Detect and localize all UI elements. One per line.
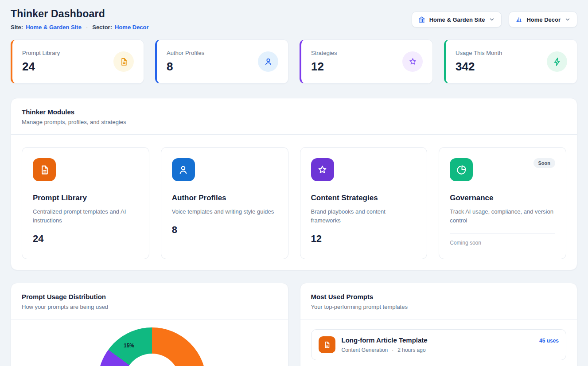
site-label: Site: [11, 24, 23, 31]
module-top-row: Soon [450, 158, 555, 181]
page-title: Thinker Dashboard [11, 8, 149, 20]
prompt-uses-badge: 45 uses [539, 338, 559, 344]
breadcrumb-separator: · [86, 24, 88, 31]
file-text-icon [113, 51, 134, 72]
file-text-icon [319, 336, 335, 353]
prompts-panel-header: Most Used Prompts Your top-performing pr… [300, 283, 577, 319]
bar-chart-icon [515, 16, 522, 23]
stat-value: 12 [311, 60, 337, 74]
usage-distribution-panel: Prompt Usage Distribution How your promp… [11, 283, 288, 366]
prompts-panel-title: Most Used Prompts [311, 293, 567, 300]
module-count: 8 [172, 224, 277, 236]
soon-badge: Soon [533, 158, 556, 168]
module-title: Governance [450, 194, 555, 202]
meta-separator: · [392, 347, 393, 353]
modules-subtitle: Manage prompts, profiles, and strategies [22, 119, 566, 125]
person-icon [172, 158, 195, 181]
list-item[interactable]: Long-form Article Template Content Gener… [311, 329, 567, 360]
sector-link[interactable]: Home Decor [115, 24, 149, 31]
module-card-content-strategies[interactable]: Content Strategies Brand playbooks and c… [300, 147, 428, 259]
module-description: Track AI usage, compliance, and version … [450, 207, 555, 225]
header-left: Thinker Dashboard Site: Home & Garden Si… [11, 8, 149, 31]
stat-text: Author Profiles 8 [167, 50, 204, 74]
chevron-down-icon [565, 16, 571, 23]
prompt-time: 2 hours ago [397, 347, 425, 353]
module-count: 12 [311, 233, 417, 245]
site-dropdown[interactable]: Home & Garden Site [412, 12, 502, 27]
stat-value: 24 [22, 60, 60, 74]
stat-label: Prompt Library [22, 50, 60, 56]
module-card-governance[interactable]: Soon Governance Track AI usage, complian… [439, 147, 566, 259]
stat-value: 8 [167, 60, 204, 74]
donut-hole [124, 354, 180, 366]
header: Thinker Dashboard Site: Home & Garden Si… [11, 8, 577, 31]
stat-card-prompt-library: Prompt Library 24 [11, 39, 144, 84]
donut-slice-label: 15% [124, 343, 134, 349]
module-title: Prompt Library [33, 194, 138, 202]
prompt-category: Content Generation [342, 347, 388, 353]
sparkle-icon [402, 51, 423, 72]
chevron-down-icon [489, 16, 495, 23]
prompt-body: Long-form Article Template Content Gener… [342, 336, 533, 353]
stat-card-strategies: Strategies 12 [300, 39, 433, 84]
stat-label: Usage This Month [456, 50, 502, 56]
prompt-meta: Content Generation · 2 hours ago [342, 347, 533, 353]
module-description: Centralized prompt templates and AI inst… [33, 207, 138, 225]
dashboard-page: Thinker Dashboard Site: Home & Garden Si… [0, 0, 588, 366]
site-dropdown-label: Home & Garden Site [429, 16, 485, 23]
prompt-title: Long-form Article Template [342, 336, 533, 344]
stat-value: 342 [456, 60, 502, 74]
stat-card-usage: Usage This Month 342 [444, 39, 577, 84]
usage-chart: 15% [11, 319, 288, 366]
stat-text: Prompt Library 24 [22, 50, 60, 74]
module-title: Author Profiles [172, 194, 277, 202]
modules-cards: Prompt Library Centralized prompt templa… [11, 135, 577, 270]
bolt-icon [547, 51, 567, 72]
most-used-prompts-panel: Most Used Prompts Your top-performing pr… [300, 283, 578, 366]
stat-label: Author Profiles [167, 50, 204, 56]
stat-text: Usage This Month 342 [456, 50, 502, 74]
modules-title: Thinker Modules [22, 108, 566, 116]
usage-panel-subtitle: How your prompts are being used [22, 304, 277, 310]
prompts-panel-subtitle: Your top-performing prompt templates [311, 304, 567, 310]
sector-dropdown[interactable]: Home Decor [509, 12, 577, 27]
module-card-prompt-library[interactable]: Prompt Library Centralized prompt templa… [22, 147, 149, 259]
module-count: 24 [33, 233, 138, 245]
file-text-icon [33, 158, 56, 181]
stat-card-author-profiles: Author Profiles 8 [155, 39, 288, 84]
modules-header: Thinker Modules Manage prompts, profiles… [11, 98, 577, 134]
coming-soon-text: Coming soon [450, 240, 555, 246]
stats-row: Prompt Library 24 Author Profiles 8 Stra… [11, 39, 577, 84]
module-description: Brand playbooks and content frameworks [311, 207, 417, 225]
usage-donut: 15% [98, 327, 206, 366]
stat-text: Strategies 12 [311, 50, 337, 74]
sparkle-icon [311, 158, 334, 181]
person-icon [258, 51, 278, 72]
bottom-row: Prompt Usage Distribution How your promp… [11, 283, 577, 366]
building-icon [418, 16, 425, 23]
header-actions: Home & Garden Site Home Decor [412, 12, 577, 27]
divider [450, 233, 555, 234]
stat-label: Strategies [311, 50, 337, 56]
module-description: Voice templates and writing style guides [172, 207, 277, 216]
prompt-list: Long-form Article Template Content Gener… [300, 319, 577, 366]
breadcrumb: Site: Home & Garden Site · Sector: Home … [11, 24, 149, 31]
pie-chart-icon [450, 158, 473, 181]
usage-panel-title: Prompt Usage Distribution [22, 293, 277, 300]
sector-dropdown-label: Home Decor [526, 16, 561, 23]
module-title: Content Strategies [311, 194, 417, 202]
module-card-author-profiles[interactable]: Author Profiles Voice templates and writ… [161, 147, 288, 259]
site-link[interactable]: Home & Garden Site [26, 24, 82, 31]
usage-panel-header: Prompt Usage Distribution How your promp… [11, 283, 288, 319]
thinker-modules-panel: Thinker Modules Manage prompts, profiles… [11, 98, 577, 270]
sector-label: Sector: [92, 24, 112, 31]
